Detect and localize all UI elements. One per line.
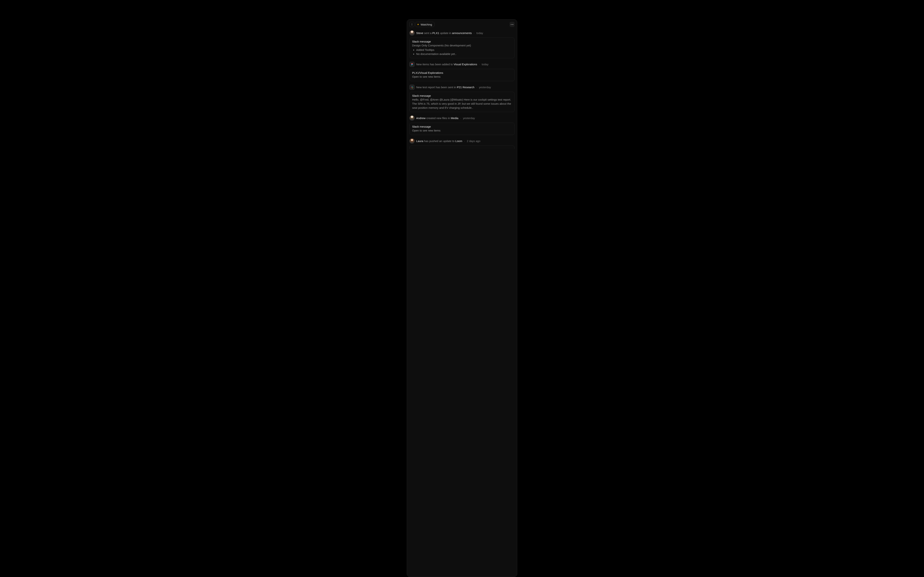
entry-card[interactable]: Slack message Design Only Components (No… [409,37,515,58]
entry-card[interactable]: Slack message Open to see new items [409,122,515,135]
card-title: Slack message [412,40,512,43]
timestamp: today [476,31,483,35]
entry-headline-row: Steve sent a PLX1 update in announcement… [409,30,515,36]
watching-chip[interactable]: ★ Watching [415,22,434,27]
svg-rect-4 [411,87,412,87]
entry-headline: Steve sent a PLX1 update in announcement… [416,31,483,35]
actor-name[interactable]: Laura [416,139,423,143]
feed-entry: New items has been added to Visual Explo… [409,61,515,81]
feed-entry: Andrew created new files in Media · yest… [409,115,515,135]
entry-headline: Laura has pushed an update to Loom · 2 d… [416,139,480,143]
entry-headline-row: Laura has pushed an update to Loom · 2 d… [409,138,515,144]
entry-headline: Andrew created new files in Media · yest… [416,116,475,120]
card-title: Slack message [412,94,512,97]
avatar[interactable] [409,30,415,36]
entry-headline-row: New test report has been sent in P21 Res… [409,84,515,90]
list-item: No documentation available yet.. [416,52,512,56]
entry-headline-row: Andrew created new files in Media · yest… [409,115,515,121]
entry-headline-row: New items has been added to Visual Explo… [409,61,515,67]
card-body: Hello, @Fred, @Aren @Laura (@Misato) Her… [412,98,512,110]
activity-feed: Steve sent a PLX1 update in announcement… [409,30,515,149]
feed-entry: Steve sent a PLX1 update in announcement… [409,30,515,58]
entry-headline: New test report has been sent in P21 Res… [416,85,491,89]
star-icon: ★ [417,23,419,26]
target-link[interactable]: announcements [452,31,472,35]
drag-handle[interactable] [409,22,415,27]
timestamp: yesterday [479,85,491,89]
entry-card[interactable] [409,145,515,149]
svg-point-0 [412,64,413,65]
card-body: Design Only Components (No development y… [412,44,512,56]
avatar[interactable] [409,138,415,144]
list-item: Added Tooltips [416,48,512,52]
target-link[interactable]: Media [451,116,458,120]
svg-rect-3 [412,87,412,89]
target-link[interactable]: PLX1 [432,31,439,35]
timestamp: yesterday [463,116,475,120]
watching-label: Watching [421,23,432,26]
slack-icon[interactable] [409,84,415,90]
card-body: Open to see new items [412,129,512,132]
more-button[interactable] [509,22,515,27]
activity-panel: ★ Watching Steve sent a PLX1 update in a… [407,19,517,577]
feed-entry: New test report has been sent in P21 Res… [409,84,515,112]
entry-card[interactable]: PLX1/Visual Explorations Open to see new… [409,69,515,81]
panel-header: ★ Watching [409,22,515,27]
card-title: PLX1/Visual Explorations [412,71,512,74]
timestamp: today [482,63,489,66]
target-link[interactable]: Loom [455,139,462,143]
feed-entry: Laura has pushed an update to Loom · 2 d… [409,138,515,149]
card-title: Slack message [412,125,512,128]
avatar[interactable] [409,115,415,121]
svg-rect-2 [412,87,413,87]
target-link[interactable]: Visual Explorations [454,63,477,66]
more-icon [511,24,513,25]
target-link[interactable]: P21 Research [457,85,474,89]
figma-icon[interactable] [409,61,415,67]
card-body: Open to see new items [412,75,512,79]
timestamp: 2 days ago [467,139,480,143]
svg-rect-1 [412,86,412,87]
drag-icon [411,24,413,25]
entry-headline: New items has been added to Visual Explo… [416,62,489,66]
actor-name[interactable]: Steve [416,31,423,35]
entry-card[interactable]: Slack message Hello, @Fred, @Aren @Laura… [409,92,515,112]
actor-name[interactable]: Andrew [416,116,426,120]
